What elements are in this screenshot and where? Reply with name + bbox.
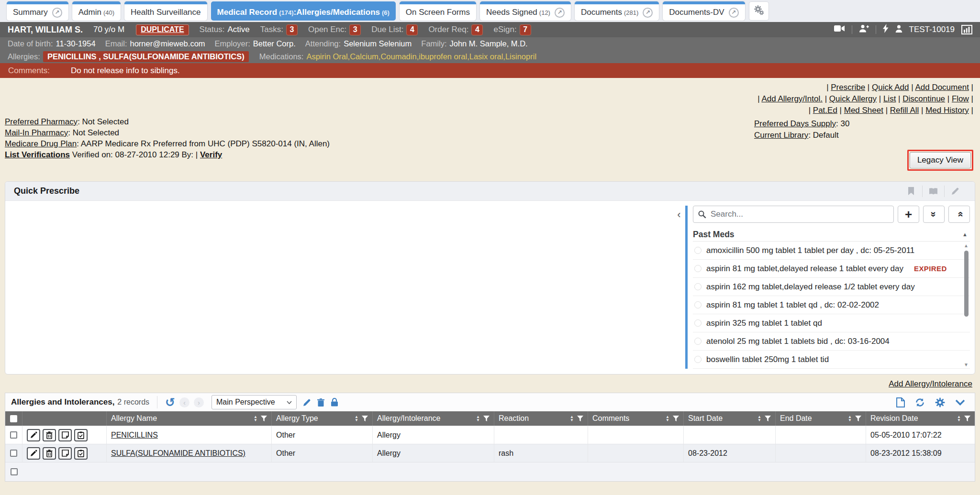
medication-link[interactable]: Coumadin <box>380 52 419 61</box>
days-supply-link[interactable]: Preferred Days Supply <box>754 119 836 128</box>
column-revision-date[interactable]: Revision Date ▲▼ <box>866 411 975 426</box>
book-icon[interactable] <box>922 186 944 197</box>
open-enc-count-badge[interactable]: 3 <box>349 24 361 35</box>
duplicate-badge[interactable]: DUPLICATE <box>136 24 189 35</box>
chart-stats-icon[interactable] <box>961 25 972 34</box>
prescribe-link[interactable]: Prescribe <box>831 83 865 92</box>
edit-perspective-icon[interactable] <box>303 398 311 407</box>
sort-icon[interactable]: ▲▼ <box>957 415 961 422</box>
column-allergy-type[interactable]: Allergy Type ▲▼ <box>272 411 373 426</box>
document-icon[interactable] <box>896 397 905 407</box>
expand-all-button[interactable]: » <box>923 206 945 223</box>
past-med-item[interactable]: aspirin 325 mg tablet 1 tablet qd <box>693 314 970 332</box>
add-med-button[interactable]: + <box>898 206 919 223</box>
add-allergy-intol-link[interactable]: Add Allergy/Intol. <box>761 94 823 103</box>
medicare-plan-link[interactable]: Medicare Drug Plan <box>5 139 77 148</box>
past-med-item[interactable]: boswellin tablet 250mg 1 tablet tid <box>693 351 970 369</box>
person-icon[interactable] <box>895 25 902 35</box>
tab-settings-button[interactable] <box>749 1 769 21</box>
filter-funnel-icon[interactable] <box>765 416 771 421</box>
prev-page-button[interactable]: ‹ <box>179 397 189 407</box>
medication-link[interactable]: Aspirin Oral <box>306 52 350 61</box>
popout-icon[interactable]: ↗ <box>52 8 62 18</box>
footer-checkbox[interactable] <box>11 468 18 475</box>
popout-icon[interactable]: ↗ <box>729 8 739 18</box>
sort-icon[interactable]: ▲▼ <box>848 415 852 422</box>
due-list-count-badge[interactable]: 4 <box>406 24 418 35</box>
delete-perspective-icon[interactable] <box>317 398 324 407</box>
quick-allergy-link[interactable]: Quick Allergy <box>829 94 877 103</box>
column-allergy-intolerance[interactable]: Allergy/Intolerance ▲▼ <box>373 411 494 426</box>
perspective-select[interactable]: Main Perspective <box>212 395 297 409</box>
delete-row-icon[interactable] <box>43 447 56 460</box>
collapse-all-button[interactable]: » <box>948 206 970 223</box>
pat-ed-link[interactable]: Pat.Ed <box>813 106 837 115</box>
filter-funnel-icon[interactable] <box>483 416 490 421</box>
filter-funnel-icon[interactable] <box>577 416 583 421</box>
past-meds-header[interactable]: Past Meds ▲ <box>693 228 970 241</box>
add-person-icon[interactable] <box>859 24 869 35</box>
delete-row-icon[interactable] <box>43 429 56 441</box>
past-med-item[interactable]: aspirin 81 mg tablet 1 tablet qd , dc: 0… <box>693 296 970 314</box>
next-page-button[interactable]: › <box>194 397 204 407</box>
scrollbar[interactable]: ▲ ▼ <box>963 243 970 367</box>
refresh-icon[interactable] <box>915 398 925 407</box>
lightning-bolt-icon[interactable] <box>883 24 889 35</box>
column-end-date[interactable]: End Date ▲▼ <box>776 411 866 426</box>
tab-on-screen-forms[interactable]: On Screen Forms <box>400 1 476 21</box>
lock-icon[interactable] <box>331 398 338 407</box>
select-all-checkbox[interactable] <box>10 415 17 422</box>
med-radio[interactable] <box>694 319 702 327</box>
popout-icon[interactable]: ↗ <box>555 8 565 18</box>
tab-admin[interactable]: Admin (40) <box>72 1 121 21</box>
filter-funnel-icon[interactable] <box>362 416 368 421</box>
sort-icon[interactable]: ▲▼ <box>570 415 574 422</box>
scroll-down-icon[interactable]: ▼ <box>964 362 969 367</box>
past-med-item[interactable]: amoxicillin 500 mg tablet 1 tablet per d… <box>693 242 970 260</box>
column-start-date[interactable]: Start Date ▲▼ <box>684 411 776 426</box>
tab-summary[interactable]: Summary ↗ <box>7 1 68 21</box>
medication-link[interactable]: ibuprofen oral <box>419 52 469 61</box>
filter-funnel-icon[interactable] <box>261 416 267 421</box>
gear-icon[interactable] <box>935 397 945 407</box>
tab-documents[interactable]: Documents (281) ↗ <box>575 1 659 21</box>
quick-add-link[interactable]: Quick Add <box>872 83 909 92</box>
tab-health-surveillance[interactable]: Health Surveillance <box>124 1 207 21</box>
mailin-pharmacy-link[interactable]: Mail-In Pharmacy <box>5 128 68 137</box>
tasks-count-badge[interactable]: 3 <box>286 24 298 35</box>
med-radio[interactable] <box>694 356 702 363</box>
allergy-name-link[interactable]: PENICILLINS <box>111 431 158 440</box>
sort-icon[interactable]: ▲▼ <box>476 415 480 422</box>
row-checkbox[interactable] <box>10 431 17 439</box>
medication-link[interactable]: Calcium <box>350 52 380 61</box>
clipboard-check-row-icon[interactable] <box>74 447 88 460</box>
collapse-table-chevron-icon[interactable] <box>955 399 965 406</box>
med-sheet-link[interactable]: Med Sheet <box>844 106 883 115</box>
allergies-badge[interactable]: PENICILLINS , SULFA(SULFONAMIDE ANTIBIOT… <box>43 51 249 62</box>
tab-documents-dv[interactable]: Documents-DV ↗ <box>663 1 745 21</box>
sort-icon[interactable]: ▲▼ <box>757 415 761 422</box>
tab-medical-record-active[interactable]: Medical Record (174) :Allergies/Medicati… <box>211 1 396 21</box>
filter-funnel-icon[interactable] <box>964 416 970 421</box>
undo-icon[interactable]: ↺ <box>165 397 175 407</box>
add-allergy-intolerance-link[interactable]: Add Allergy/Intolerance <box>889 379 972 389</box>
scrollbar-thumb[interactable] <box>964 251 969 317</box>
column-comments[interactable]: Comments ▲▼ <box>588 411 684 426</box>
past-med-item[interactable]: aspirin 162 mg tablet,delayed release 1/… <box>693 278 970 296</box>
sort-icon[interactable]: ▲▼ <box>355 415 358 422</box>
edit-pencil-icon[interactable] <box>944 186 966 197</box>
collapse-triangle-icon[interactable]: ▲ <box>962 231 968 237</box>
discontinue-link[interactable]: Discontinue <box>902 94 945 103</box>
clipboard-check-row-icon[interactable] <box>74 429 88 441</box>
preferred-pharmacy-link[interactable]: Preferred Pharmacy <box>5 117 78 126</box>
column-allergy-name[interactable]: Allergy Name ▲▼ <box>107 411 272 426</box>
sort-icon[interactable]: ▲▼ <box>254 415 257 422</box>
column-reaction[interactable]: Reaction ▲▼ <box>494 411 588 426</box>
legacy-view-button[interactable]: Legacy View <box>910 152 971 168</box>
refill-all-link[interactable]: Refill All <box>890 106 919 115</box>
med-search-input[interactable] <box>693 206 893 222</box>
collapse-left-icon[interactable]: ‹ <box>675 209 683 369</box>
med-radio[interactable] <box>694 338 702 345</box>
bookmark-icon[interactable] <box>900 186 922 197</box>
esign-count-badge[interactable]: 7 <box>520 24 531 35</box>
